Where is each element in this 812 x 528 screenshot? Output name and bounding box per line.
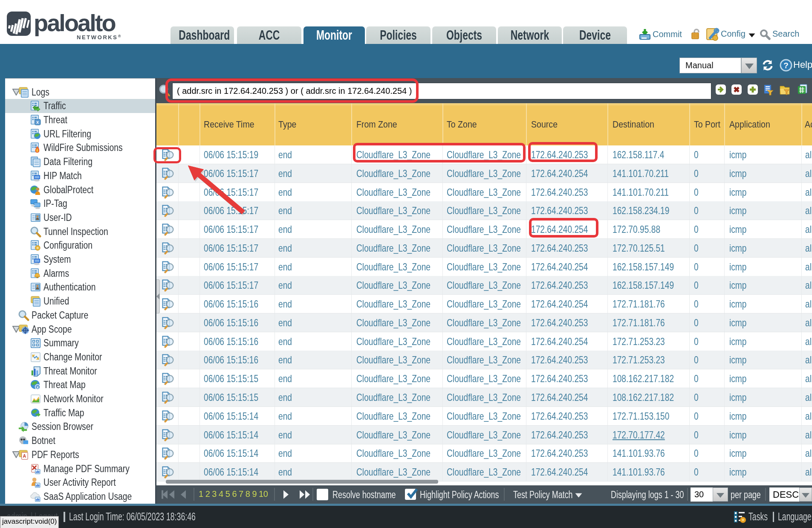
svg-text:?: ? [783, 61, 789, 70]
svg-text:A: A [23, 453, 26, 458]
svg-text:x: x [36, 119, 39, 125]
svg-text:x: x [37, 385, 39, 389]
